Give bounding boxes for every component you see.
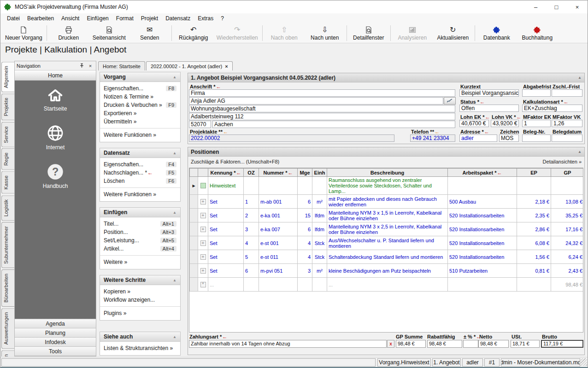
lohn-ek-field[interactable]: 40,6700 € xyxy=(459,120,489,127)
action-weitere-funktionen-vorgang[interactable]: Weitere Funktionen » xyxy=(100,131,180,139)
page-preview-button[interactable]: Seitenansicht xyxy=(89,24,129,42)
action-eigenschaften-vorgang[interactable]: Eigenschaften...F8 xyxy=(100,84,180,93)
table-row[interactable]: + Set 5 e-st 011 4 Stck Schalterabdeckun… xyxy=(190,250,584,264)
col-oz[interactable]: OZ xyxy=(244,169,259,177)
menu-projekt[interactable]: Projekt xyxy=(137,14,162,23)
menu-bearbeiten[interactable]: Bearbeiten xyxy=(24,14,58,23)
plusminus-prozent-field[interactable] xyxy=(463,340,478,348)
menu-datensatz[interactable]: Datensatz xyxy=(162,14,194,23)
close-button[interactable]: × xyxy=(567,0,588,13)
new-row-icon[interactable]: * xyxy=(198,278,208,292)
table-row[interactable]: + Set 3 e-ka 007 6 lfdm Mantelleitung NY… xyxy=(190,222,584,236)
nav-group-planung[interactable]: Planung xyxy=(15,328,96,338)
col-gp[interactable]: GP xyxy=(551,169,584,177)
menu-einfuegen[interactable]: Einfügen xyxy=(83,14,112,23)
nav-group-agenda[interactable]: Agenda xyxy=(15,319,96,328)
nav-group-infodesk[interactable]: Infodesk xyxy=(15,338,96,347)
module-tab-regie[interactable]: Regie xyxy=(1,148,14,170)
maximize-button[interactable]: □ xyxy=(546,0,567,13)
tab-angebot[interactable]: 2022.00002 - 1. Angebot (adler) × xyxy=(146,61,233,70)
expand-plus-icon[interactable]: + xyxy=(198,236,208,250)
table-row-new[interactable]: * ... ... 98,48 € xyxy=(190,278,584,292)
anschrift-line4-field[interactable]: Adalbertsteinweg 112 xyxy=(189,113,455,120)
module-tab-logistik[interactable]: Logistik xyxy=(1,195,14,221)
action-artikel[interactable]: Artikel...Alt+4 xyxy=(100,245,180,253)
refresh-button[interactable]: ↻ Aktualisieren xyxy=(433,24,473,42)
section-datensatz-header[interactable]: Datensatz ▲ xyxy=(100,148,180,158)
module-tab-allgemein[interactable]: Allgemein xyxy=(1,62,14,92)
action-kopieren[interactable]: Kopieren » xyxy=(100,287,180,296)
menu-format[interactable]: Format xyxy=(112,14,137,23)
module-tab-service[interactable]: Service xyxy=(1,122,14,147)
action-weitere-funktionen-datensatz[interactable]: Weitere Funktionen » xyxy=(100,190,180,199)
expand-plus-icon[interactable]: + xyxy=(198,209,208,222)
action-exportieren[interactable]: Exportieren » xyxy=(100,109,180,117)
table-row[interactable]: + Set 4 e-st 001 4 Stck Aus/Wechselschal… xyxy=(190,236,584,250)
plz-field[interactable]: 52070 xyxy=(189,121,211,128)
section-siehe-auch-header[interactable]: Siehe auch ▲ xyxy=(100,332,180,342)
action-drucken-verbuchen[interactable]: Drucken & Verbuchen »F9 xyxy=(100,101,180,109)
abgabefrist-field[interactable] xyxy=(522,89,551,97)
analyze-button[interactable]: Analysieren xyxy=(392,24,433,42)
module-tab-kasse[interactable]: Kasse xyxy=(1,171,14,194)
nav-item-handbuch[interactable]: Handbuch xyxy=(43,163,68,189)
pin-icon[interactable] xyxy=(79,63,87,68)
col-arbeitspaket[interactable]: Arbeitspaket *← xyxy=(448,169,517,177)
detail-window-button[interactable]: Detailfenster xyxy=(348,24,389,42)
hint-checkbox-icon[interactable] xyxy=(198,177,208,195)
lohn-vk-field[interactable]: 43,9200 € xyxy=(491,120,519,127)
section-einfuegen-header[interactable]: Einfügen ▲ xyxy=(100,208,180,217)
action-notizen-termine[interactable]: Notizen & Termine » xyxy=(100,93,180,101)
menu-extras[interactable]: Extras xyxy=(194,14,217,23)
zuschlaege-faktoren-link[interactable]: Zuschläge & Faktoren... (Umschalt+F8) xyxy=(191,159,279,164)
table-row[interactable]: ▶ Hinweistext Raumanschluss ausgehend vo… xyxy=(190,177,584,195)
belegdatum-field[interactable] xyxy=(552,134,582,142)
undo-button[interactable]: ↶ Rückgängig xyxy=(173,24,214,42)
action-titel[interactable]: Titel...Alt+1 xyxy=(100,220,180,228)
zahlungsart-field[interactable]: Zahlbar innerhalb von 14 Tagen ohne Abzu… xyxy=(189,340,387,348)
section-weitere-schritte-header[interactable]: Weitere Schritte ▲ xyxy=(100,275,180,285)
anschrift-line3-field[interactable]: Wohnungsbaugesellschaft xyxy=(189,105,455,112)
module-tab-auswertungen[interactable]: Auswertungen xyxy=(1,308,14,349)
module-tab-subunternehmer[interactable]: Subunternehmer xyxy=(1,222,14,268)
action-plugins[interactable]: Plugins » xyxy=(100,309,180,317)
mfaktor-ek-field[interactable]: 1 xyxy=(522,120,551,127)
expand-plus-icon[interactable]: + xyxy=(198,250,208,264)
tab-close-icon[interactable]: × xyxy=(225,64,228,69)
telefon-field[interactable]: +49 241 23304 xyxy=(410,134,455,142)
col-beschreibung[interactable]: Beschreibung xyxy=(327,169,448,177)
expand-plus-icon[interactable]: + xyxy=(198,264,208,278)
action-position[interactable]: Position...Alt+3 xyxy=(100,228,180,236)
action-weitere-einfuegen[interactable]: Weitere » xyxy=(100,258,180,266)
status-field[interactable]: Offen xyxy=(459,105,519,112)
clear-zahlungsart-icon[interactable]: x xyxy=(387,340,394,348)
table-row[interactable]: + Set 2 e-ka 001 15 lfdm Mantelleitung N… xyxy=(190,209,584,222)
action-set-leistung[interactable]: Set/Leistung...Alt+5 xyxy=(100,236,180,245)
move-down-button[interactable]: ⇩ Nach unten xyxy=(305,24,345,42)
ort-field[interactable]: Aachen xyxy=(212,121,455,128)
accounting-button[interactable]: Buchhaltung xyxy=(517,24,558,42)
nav-group-home[interactable]: Home xyxy=(15,70,96,81)
zeichen-field[interactable]: MOS xyxy=(499,134,519,142)
send-button[interactable]: ✉ Senden xyxy=(129,24,170,42)
module-tab-bueroarbeiten[interactable]: Büroarbeiten xyxy=(1,269,14,307)
col-mge[interactable]: Mge xyxy=(298,169,312,177)
action-workflow-anzeigen[interactable]: Workflow anzeigen... xyxy=(100,296,180,304)
redo-button[interactable]: ↷ Wiederherstellen xyxy=(214,24,261,42)
table-row[interactable]: + Set 6 m-pvi 051 3 m² kleine Beschädigu… xyxy=(190,264,584,278)
resize-grip[interactable] xyxy=(581,358,587,366)
kurztext-field[interactable]: Beispiel Vorgangsansicht xyxy=(459,89,519,97)
nav-group-tools[interactable]: Tools xyxy=(15,347,96,356)
positionen-header[interactable]: Positionen ▲ xyxy=(188,147,584,157)
expand-plus-icon[interactable]: + xyxy=(198,222,208,236)
expand-plus-icon[interactable]: + xyxy=(198,195,208,209)
col-ep[interactable]: EP xyxy=(517,169,551,177)
signature-pen-button[interactable] xyxy=(444,97,456,105)
anschrift-line1-field[interactable]: Firma xyxy=(189,89,455,97)
menu-ansicht[interactable]: Ansicht xyxy=(58,14,83,23)
minimize-button[interactable]: – xyxy=(525,0,546,13)
action-uebermitteln[interactable]: Übermitteln » xyxy=(100,117,180,126)
nav-item-startseite[interactable]: Startseite xyxy=(44,87,67,112)
close-icon[interactable]: × xyxy=(87,63,94,69)
move-up-button[interactable]: ⇧ Nach oben xyxy=(264,24,305,42)
